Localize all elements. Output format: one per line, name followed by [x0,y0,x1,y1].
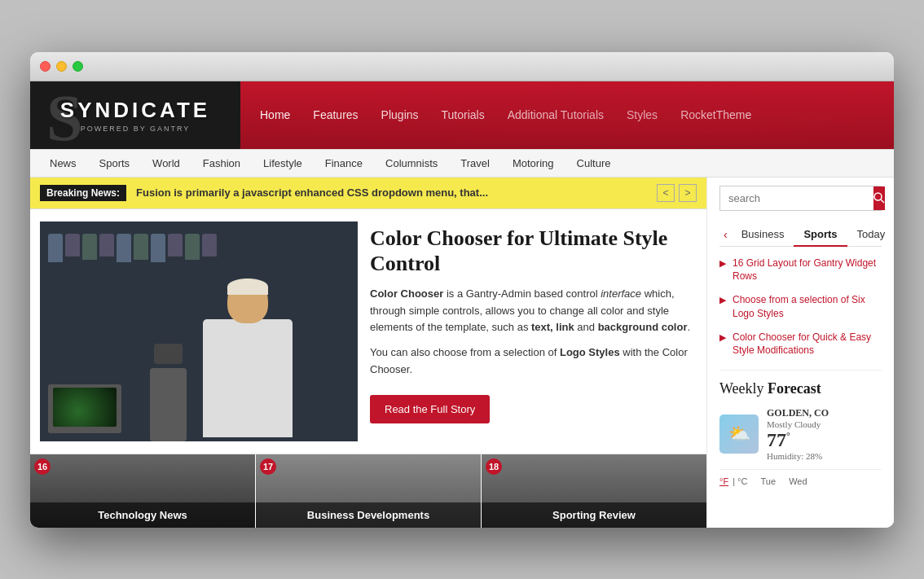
featured-article: Color Chooser for Ultimate Style Control… [30,209,706,454]
thumbnail-2[interactable]: 17 Business Developments [256,454,482,528]
tab-prev-button[interactable]: ‹ [719,224,732,245]
thumbnail-row: 16 Technology News 17 Business Developme… [30,454,706,528]
search-input[interactable] [720,186,873,210]
minimize-button[interactable] [56,61,67,72]
nav-plugins[interactable]: Plugins [370,102,430,128]
bottle [65,234,80,257]
weather-humidity: Humidity: 28% [767,451,829,461]
scientist-scene [40,222,358,441]
weather-degree: ° [786,430,790,441]
breaking-nav: < > [657,184,697,202]
featured-text-area: Color Chooser for Ultimate Style Control… [370,222,697,441]
svg-point-0 [874,193,882,200]
site-header: S SYNDICATE POWERED BY GANTRY Home Featu… [30,81,894,149]
breaking-next-button[interactable]: > [679,184,697,202]
scientist-head [227,279,268,323]
article-arrow-2: ▶ [719,295,728,305]
tab-sports[interactable]: Sports [794,223,847,247]
scientist-hair [227,279,268,295]
nav-home[interactable]: Home [249,102,301,128]
article-link-text-3[interactable]: Color Chooser for Quick & Easy Style Mod… [733,331,882,358]
thumb-label-3: Sporting Review [490,509,698,521]
secondary-navigation: News Sports World Fashion Lifestyle Fina… [30,149,894,178]
thumb-overlay-1: Technology News [30,502,255,528]
close-button[interactable] [40,61,51,72]
main-content: Breaking News: Fusion is primarily a jav… [30,178,706,528]
top-navigation: Home Features Plugins Tutorials Addition… [240,81,894,149]
laptop [48,384,121,433]
title-bar [30,52,894,81]
secnav-fashion[interactable]: Fashion [191,150,252,177]
read-more-button[interactable]: Read the Full Story [370,395,490,423]
bottle [99,234,114,257]
weather-day-wed: Wed [789,476,807,486]
breaking-text: Fusion is primarily a javascript enhance… [136,186,650,199]
article-link-3: ▶ Color Chooser for Quick & Easy Style M… [719,331,882,358]
svg-line-1 [881,200,884,203]
article-arrow-3: ▶ [719,332,728,343]
site-title: SYNDICATE [60,98,210,123]
secnav-columnists[interactable]: Columnists [374,150,449,177]
logo-area: S SYNDICATE POWERED BY GANTRY [30,81,240,149]
logo-text: SYNDICATE POWERED BY GANTRY [60,98,210,133]
bottle [117,234,131,262]
nav-styles[interactable]: Styles [615,102,669,128]
nav-additional-tutorials[interactable]: Additional Tutorials [496,102,615,128]
secnav-sports[interactable]: Sports [88,150,142,177]
secnav-world[interactable]: World [141,150,191,177]
secnav-culture[interactable]: Culture [565,150,623,177]
scientist-coat [203,319,293,437]
main-layout: Breaking News: Fusion is primarily a jav… [30,178,894,528]
weather-description: Mostly Cloudy [767,419,829,429]
thumb-badge-3: 18 [486,458,502,475]
microscope-head [154,344,183,364]
shelf-row [40,234,358,266]
article-link-text-2[interactable]: Choose from a selection of Six Logo Styl… [733,293,882,321]
secnav-travel[interactable]: Travel [449,150,501,177]
search-box [719,186,882,211]
nav-rockettheme[interactable]: RocketTheme [669,102,763,128]
article-link-text-1[interactable]: 16 Grid Layout for Gantry Widget Rows [733,257,882,284]
weather-city: GOLDEN, CO [767,407,829,419]
maximize-button[interactable] [73,61,83,72]
bottle [202,234,217,257]
weather-icon: ⛅ [719,415,759,454]
weather-title-bold: Forecast [768,380,821,397]
weather-details: GOLDEN, CO Mostly Cloudy 77° Humidity: 2… [767,407,829,461]
featured-title: Color Chooser for Ultimate Style Control [370,226,697,276]
secnav-finance[interactable]: Finance [314,150,374,177]
bottle [151,234,165,262]
breaking-prev-button[interactable]: < [657,184,675,202]
nav-tutorials[interactable]: Tutorials [430,102,496,128]
scientist-figure [203,279,293,441]
sidebar-tab-nav: ‹ Business Sports Today › [719,223,882,247]
thumb-label-1: Technology News [38,509,247,521]
weather-day-tue: Tue [761,476,777,486]
nav-features[interactable]: Features [301,102,369,128]
secnav-motoring[interactable]: Motoring [501,150,565,177]
tab-business[interactable]: Business [732,223,794,247]
search-button[interactable] [873,186,885,210]
weather-card: ⛅ GOLDEN, CO Mostly Cloudy 77° Humidity:… [719,407,882,461]
sidebar: ‹ Business Sports Today › ▶ 16 Grid Layo… [706,178,894,528]
weather-title: Weekly Forecast [719,380,882,397]
weather-unit-f[interactable]: °F [719,476,728,486]
laptop-screen [53,388,117,427]
thumb-badge-2: 17 [260,458,276,475]
thumbnail-3[interactable]: 18 Sporting Review [482,454,706,528]
secnav-lifestyle[interactable]: Lifestyle [252,150,314,177]
bottle [48,234,63,262]
weather-temperature: 77° [767,429,829,451]
browser-window: S SYNDICATE POWERED BY GANTRY Home Featu… [30,52,894,528]
weather-section: Weekly Forecast ⛅ GOLDEN, CO Mostly Clou… [719,370,882,486]
thumbnail-1[interactable]: 16 Technology News [30,454,256,528]
microscope-stand [146,344,191,441]
tab-today[interactable]: Today [847,223,894,247]
microscope-body [150,368,187,441]
article-link-2: ▶ Choose from a selection of Six Logo St… [719,293,882,321]
bottle [82,234,97,260]
site-subtitle: POWERED BY GANTRY [60,125,210,133]
weather-unit-separator: | °C [733,476,747,486]
article-link-1: ▶ 16 Grid Layout for Gantry Widget Rows [719,257,882,284]
thumb-overlay-3: Sporting Review [482,502,706,528]
